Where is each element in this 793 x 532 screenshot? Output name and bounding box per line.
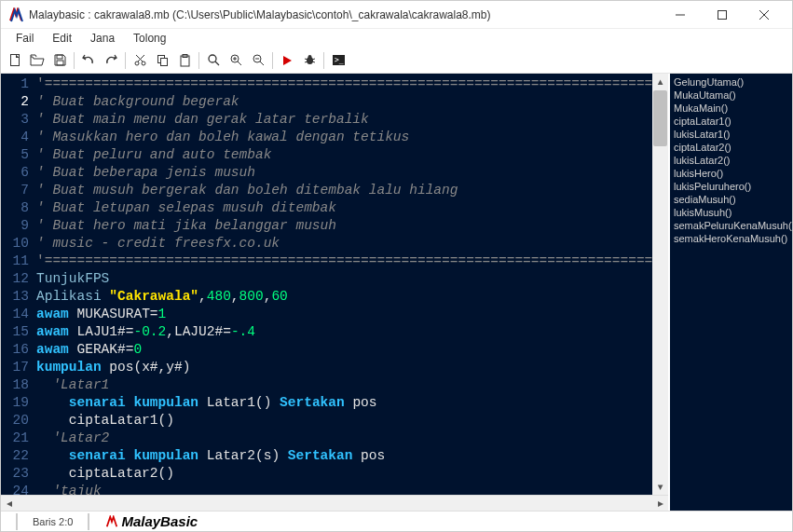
code-line[interactable]: kumpulan pos(x#,y#) [36, 359, 649, 376]
redo-icon [103, 53, 118, 67]
code-editor[interactable]: 123456789101112131415161718192021222324 … [1, 74, 668, 495]
scroll-right-arrow-icon[interactable]: ▸ [652, 496, 668, 512]
run-button[interactable] [277, 50, 297, 71]
open-file-button[interactable] [27, 50, 48, 71]
line-number[interactable]: 11 [5, 252, 29, 270]
outline-item[interactable]: semakHeroKenaMusuh() [674, 232, 788, 245]
line-number[interactable]: 4 [5, 129, 29, 146]
outline-item[interactable]: semakPeluruKenaMusuh() [674, 219, 788, 232]
paste-button[interactable] [174, 50, 195, 71]
code-line[interactable]: ' Masukkan hero dan boleh kawal dengan t… [36, 129, 649, 146]
code-line[interactable]: 'Latar2 [36, 430, 649, 447]
scroll-up-arrow-icon[interactable]: ▴ [652, 74, 668, 89]
outline-item[interactable]: lukisPeluruhero() [674, 180, 788, 193]
maximize-button[interactable] [701, 1, 743, 28]
find-button[interactable] [203, 50, 224, 71]
scroll-track[interactable] [17, 496, 652, 512]
line-number[interactable]: 14 [5, 306, 29, 323]
line-number[interactable]: 3 [5, 111, 29, 129]
code-line[interactable]: ' Buat peluru and auto tembak [36, 146, 649, 164]
code-line[interactable]: senarai kumpulan Latar1() Sertakan pos [36, 394, 649, 412]
line-number[interactable]: 8 [5, 199, 29, 217]
scroll-thumb[interactable] [653, 90, 667, 146]
find-icon [207, 53, 221, 67]
line-number[interactable]: 17 [5, 359, 29, 376]
outline-item[interactable]: sediaMusuh() [674, 193, 788, 206]
code-line[interactable]: ' Buat musuh bergerak dan boleh ditembak… [36, 182, 649, 199]
code-line[interactable]: ' music - credit freesfx.co.uk [36, 235, 649, 252]
outline-item[interactable]: lukisLatar1() [674, 128, 788, 141]
code-area[interactable]: '=======================================… [36, 74, 652, 495]
code-line[interactable]: '=======================================… [36, 75, 649, 93]
code-line[interactable]: ' Buat hero mati jika belanggar musuh [36, 217, 649, 235]
line-number[interactable]: 1 [5, 75, 29, 93]
line-number[interactable]: 12 [5, 270, 29, 288]
close-button[interactable] [743, 1, 785, 28]
line-number[interactable]: 21 [5, 430, 29, 447]
line-number[interactable]: 22 [5, 447, 29, 465]
line-number[interactable]: 24 [5, 483, 29, 495]
zoom-out-button[interactable] [248, 50, 268, 71]
outline-item[interactable]: MukaUtama() [674, 89, 788, 102]
line-number[interactable]: 19 [5, 394, 29, 412]
zoom-in-button[interactable] [226, 50, 246, 71]
scroll-down-arrow-icon[interactable]: ▾ [652, 479, 668, 495]
line-number[interactable]: 7 [5, 182, 29, 199]
outline-panel[interactable]: GelungUtama()MukaUtama()MukaMain()ciptaL… [668, 74, 792, 511]
cut-button[interactable] [130, 50, 150, 71]
line-number[interactable]: 15 [5, 323, 29, 341]
code-line[interactable]: awam LAJU1#=-0.2,LAJU2#=-.4 [36, 323, 649, 341]
horizontal-scrollbar[interactable]: ◂ ▸ [1, 495, 668, 511]
line-number[interactable]: 6 [5, 164, 29, 182]
code-line[interactable]: 'tajuk [36, 483, 649, 495]
code-line[interactable]: Aplikasi "Cakrawala",480,800,60 [36, 288, 649, 306]
outline-item[interactable]: GelungUtama() [674, 75, 788, 89]
line-number[interactable]: 13 [5, 288, 29, 306]
menu-jana[interactable]: Jana [81, 30, 124, 47]
minimize-button[interactable] [659, 1, 701, 28]
code-line[interactable]: '=======================================… [36, 252, 649, 270]
line-number[interactable]: 23 [5, 465, 29, 483]
menu-tolong[interactable]: Tolong [124, 30, 175, 47]
svg-rect-1 [718, 10, 726, 19]
redo-button[interactable] [101, 50, 121, 71]
code-line[interactable]: ciptaLatar1() [36, 412, 649, 430]
line-number[interactable]: 16 [5, 341, 29, 359]
save-file-button[interactable] [49, 50, 70, 71]
outline-item[interactable]: lukisHero() [674, 167, 788, 180]
outline-item[interactable]: lukisLatar2() [674, 154, 788, 167]
outline-item[interactable]: ciptaLatar2() [674, 141, 788, 154]
svg-point-15 [209, 55, 216, 62]
code-line[interactable]: 'Latar1 [36, 376, 649, 394]
line-number[interactable]: 18 [5, 376, 29, 394]
svg-line-22 [260, 61, 264, 65]
code-line[interactable]: awam GERAK#=0 [36, 341, 649, 359]
code-line[interactable]: senarai kumpulan Latar2(s) Sertakan pos [36, 447, 649, 465]
copy-button[interactable] [152, 50, 172, 71]
menu-fail[interactable]: Fail [7, 30, 43, 47]
vertical-scrollbar[interactable]: ▴ ▾ [652, 74, 668, 495]
debug-button[interactable] [299, 50, 320, 71]
code-line[interactable]: TunjukFPS [36, 270, 649, 288]
line-number[interactable]: 2 [5, 93, 29, 111]
line-number[interactable]: 5 [5, 146, 29, 164]
scroll-left-arrow-icon[interactable]: ◂ [1, 496, 17, 512]
content-area: 123456789101112131415161718192021222324 … [1, 74, 792, 511]
terminal-button[interactable]: >_ [328, 50, 349, 71]
code-line[interactable]: ' Buat main menu dan gerak latar terbali… [36, 111, 649, 129]
line-number[interactable]: 10 [5, 235, 29, 252]
outline-item[interactable]: MukaMain() [674, 102, 788, 115]
line-number[interactable]: 20 [5, 412, 29, 430]
new-file-button[interactable] [5, 50, 25, 71]
outline-item[interactable]: ciptaLatar1() [674, 115, 788, 128]
outline-item[interactable]: lukisMusuh() [674, 206, 788, 219]
code-line[interactable]: ciptaLatar2() [36, 465, 649, 483]
code-line[interactable]: ' Buat background begerak [36, 93, 649, 111]
line-number[interactable]: 9 [5, 217, 29, 235]
menu-edit[interactable]: Edit [43, 30, 81, 47]
undo-button[interactable] [78, 50, 99, 71]
code-line[interactable]: ' Buat beberapa jenis musuh [36, 164, 649, 182]
cursor-position: Baris 2:0 [25, 516, 80, 527]
code-line[interactable]: ' Buat letupan selepas musuh ditembak [36, 199, 649, 217]
code-line[interactable]: awam MUKASURAT=1 [36, 306, 649, 323]
